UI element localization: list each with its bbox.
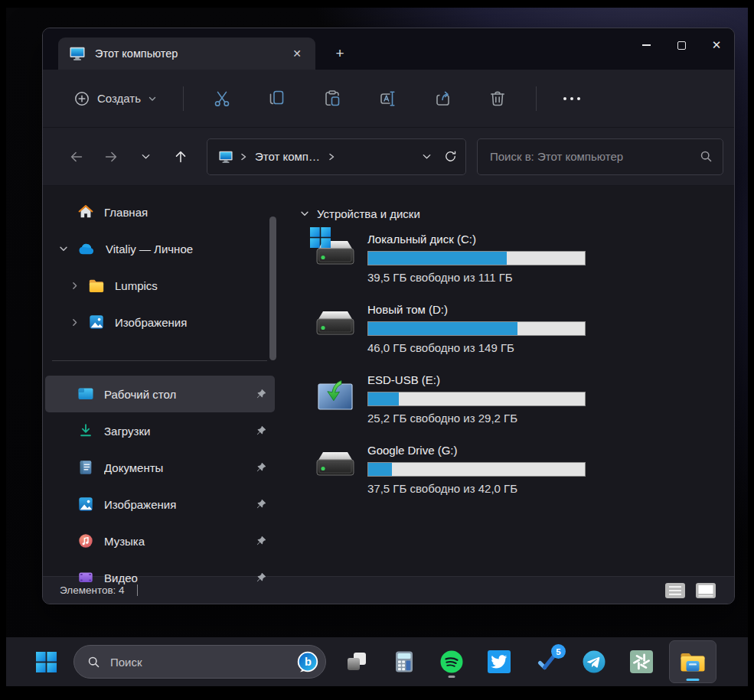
onedrive-icon [77, 242, 96, 256]
section-devices-and-drives[interactable]: Устройства и диски [299, 203, 734, 224]
delete-button[interactable] [481, 83, 514, 115]
sidebar-item-desktop[interactable]: Рабочий стол [45, 376, 275, 412]
drive-item-e[interactable]: ESD-USB (E:) 25,2 ГБ свободно из 29,2 ГБ [299, 365, 734, 435]
paste-button[interactable] [316, 83, 348, 115]
sidebar-item-lumpics[interactable]: Lumpics [45, 267, 275, 304]
search-input[interactable] [481, 150, 699, 163]
sidebar-scrollbar[interactable] [269, 217, 276, 360]
start-button[interactable] [29, 645, 63, 679]
copy-button[interactable] [261, 83, 293, 115]
thumbnails-view-icon [696, 583, 716, 598]
hard-drive-icon [313, 307, 357, 345]
toolbar-divider [536, 86, 537, 111]
forward-arrow-icon [103, 148, 119, 165]
tab-this-pc[interactable]: Этот компьютер ✕ [58, 37, 315, 70]
rename-button[interactable] [371, 83, 403, 115]
file-explorer-button[interactable] [669, 640, 716, 683]
drive-name: Локальный диск (C:) [367, 232, 586, 247]
recent-locations-button[interactable] [131, 142, 161, 171]
drive-free-space: 39,5 ГБ свободно из 111 ГБ [367, 271, 586, 284]
expand-chevron-icon[interactable] [57, 243, 70, 254]
titlebar: Этот компьютер ✕ + ✕ [43, 28, 734, 70]
navigation-bar: Этот комп… [43, 128, 734, 186]
drive-item-g[interactable]: Google Drive (G:) 37,5 ГБ свободно из 42… [299, 435, 734, 506]
details-view-button[interactable] [664, 581, 687, 600]
taskbar: b 5 [6, 637, 748, 686]
sidebar-item-documents[interactable]: Документы [45, 449, 275, 486]
section-collapse-chevron-icon [299, 208, 310, 219]
back-button[interactable] [61, 142, 91, 171]
collapse-chevron-icon[interactable] [68, 281, 80, 291]
chevron-down-icon [140, 151, 152, 162]
breadcrumb-chevron-icon[interactable] [326, 151, 337, 162]
taskbar-search-box[interactable]: b [73, 645, 326, 679]
notification-badge: 5 [551, 644, 566, 659]
sidebar-item-videos[interactable]: Видео [45, 559, 275, 596]
new-tab-button[interactable]: + [326, 41, 354, 67]
spotify-button[interactable] [435, 645, 468, 679]
forward-button[interactable] [96, 142, 126, 171]
new-plus-icon [73, 90, 90, 107]
drive-item-d[interactable]: Новый том (D:) 46,0 ГБ свободно из 149 Г… [299, 295, 734, 365]
delete-icon [488, 89, 508, 109]
cut-icon [212, 89, 232, 109]
more-options-button[interactable] [556, 83, 588, 115]
cut-button[interactable] [206, 83, 238, 115]
back-arrow-icon [68, 148, 85, 165]
bing-icon[interactable]: b [296, 650, 319, 673]
telegram-button[interactable] [577, 645, 611, 679]
sidebar-item-home[interactable]: Главная [45, 194, 275, 230]
pin-icon [255, 425, 267, 437]
sidebar-item-onedrive[interactable]: Vitaliy — Личное [45, 230, 275, 267]
drive-usage-bar [367, 392, 586, 406]
sidebar-item-downloads[interactable]: Загрузки [45, 412, 275, 449]
up-button[interactable] [165, 142, 195, 171]
maximize-icon [677, 41, 686, 50]
task-view-icon [345, 651, 368, 672]
share-button[interactable] [426, 83, 459, 115]
tab-close-icon[interactable]: ✕ [288, 44, 306, 63]
windows-logo-icon [310, 227, 331, 251]
create-button[interactable]: Создать [64, 84, 166, 113]
this-pc-icon [218, 150, 233, 164]
collapse-chevron-icon[interactable] [68, 317, 80, 327]
drive-usage-fill [368, 322, 517, 335]
pictures-icon [77, 496, 94, 513]
up-arrow-icon [172, 148, 189, 165]
music-icon [77, 532, 94, 549]
thumbnails-view-button[interactable] [694, 581, 717, 600]
sidebar-item-music[interactable]: Музыка [45, 523, 275, 559]
task-view-button[interactable] [340, 645, 374, 679]
tab-title: Этот компьютер [95, 47, 288, 60]
drive-item-c[interactable]: Локальный диск (C:) 39,5 ГБ свободно из … [299, 224, 734, 295]
refresh-icon[interactable] [443, 149, 458, 164]
sidebar-item-onedrive-pictures[interactable]: Изображения [45, 304, 275, 340]
sidebar-item-pictures[interactable]: Изображения [45, 486, 275, 523]
todo-button[interactable]: 5 [530, 645, 563, 679]
copy-icon [267, 89, 287, 109]
breadcrumb-this-pc[interactable]: Этот комп… [255, 150, 320, 163]
telegram-icon [582, 650, 606, 674]
address-dropdown-icon[interactable] [421, 151, 432, 162]
search-icon [699, 149, 713, 164]
details-view-icon [665, 583, 685, 598]
calculator-button[interactable] [387, 645, 421, 679]
content-pane: Устройства и диски Локальный диск (C:) 3… [284, 186, 734, 576]
svg-text:b: b [305, 656, 312, 668]
search-box[interactable] [477, 138, 723, 175]
close-button[interactable]: ✕ [699, 28, 734, 62]
chatgpt-button[interactable] [625, 645, 658, 679]
running-indicator [449, 676, 455, 679]
maximize-button[interactable] [664, 28, 699, 62]
minimize-button[interactable] [628, 28, 664, 62]
drive-name: Новый том (D:) [367, 302, 586, 317]
rename-icon [377, 89, 397, 109]
spotify-icon [439, 650, 464, 674]
twitter-button[interactable] [482, 645, 516, 679]
more-ellipsis-icon [561, 97, 583, 100]
address-bar[interactable]: Этот комп… [207, 138, 466, 175]
taskbar-search-input[interactable] [110, 656, 296, 669]
pin-icon [255, 535, 267, 547]
navigation-pane: Главная Vitaliy — Личное [43, 186, 284, 576]
file-explorer-window: Этот компьютер ✕ + ✕ Создать [42, 28, 735, 604]
